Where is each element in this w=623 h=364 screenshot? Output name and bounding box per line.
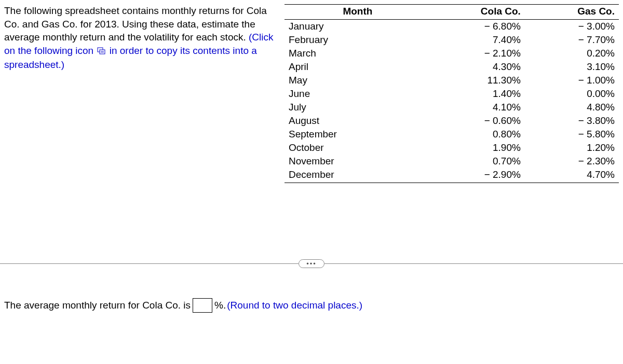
divider-line-left <box>0 263 299 264</box>
cola-value-cell: − 6.80% <box>431 20 525 34</box>
copy-icon[interactable] <box>97 45 105 58</box>
month-cell: January <box>285 20 431 34</box>
answer-section: The average monthly return for Cola Co. … <box>4 298 362 313</box>
month-cell: July <box>285 101 431 114</box>
cola-value-cell: 11.30% <box>431 74 525 87</box>
table-row: September0.80%− 5.80% <box>285 128 619 141</box>
month-cell: April <box>285 60 431 74</box>
cola-value-cell: − 2.90% <box>431 168 525 183</box>
answer-suffix: %. <box>214 300 226 311</box>
header-month: Month <box>285 5 431 20</box>
table-row: March− 2.10%0.20% <box>285 47 619 60</box>
table-row: April4.30%3.10% <box>285 60 619 74</box>
table-row: November0.70%− 2.30% <box>285 155 619 168</box>
returns-table: Month Cola Co. Gas Co. January− 6.80%− 3… <box>285 4 619 183</box>
month-cell: October <box>285 141 431 155</box>
cola-value-cell: 0.80% <box>431 128 525 141</box>
svg-rect-1 <box>100 50 105 54</box>
table-row: October1.90%1.20% <box>285 141 619 155</box>
gas-value-cell: 4.80% <box>525 101 619 114</box>
divider-line-right <box>324 263 623 264</box>
table-header-row: Month Cola Co. Gas Co. <box>285 5 619 20</box>
gas-value-cell: 4.70% <box>525 168 619 183</box>
gas-value-cell: − 7.70% <box>525 33 619 47</box>
cola-value-cell: 7.40% <box>431 33 525 47</box>
gas-value-cell: 0.20% <box>525 47 619 60</box>
month-cell: November <box>285 155 431 168</box>
cola-value-cell: 4.10% <box>431 101 525 114</box>
gas-value-cell: 0.00% <box>525 87 619 101</box>
cola-value-cell: 0.70% <box>431 155 525 168</box>
gas-value-cell: − 3.80% <box>525 114 619 128</box>
table-row: December− 2.90%4.70% <box>285 168 619 183</box>
table-row: June1.40%0.00% <box>285 87 619 101</box>
month-cell: December <box>285 168 431 183</box>
cola-value-cell: − 2.10% <box>431 47 525 60</box>
gas-value-cell: 1.20% <box>525 141 619 155</box>
month-cell: August <box>285 114 431 128</box>
question-text: The following spreadsheet contains month… <box>4 4 285 183</box>
question-intro: The following spreadsheet contains month… <box>4 5 267 43</box>
table-row: January− 6.80%− 3.00% <box>285 20 619 34</box>
month-cell: May <box>285 74 431 87</box>
month-cell: February <box>285 33 431 47</box>
month-cell: March <box>285 47 431 60</box>
month-cell: June <box>285 87 431 101</box>
main-container: The following spreadsheet contains month… <box>0 0 623 183</box>
table-row: May11.30%− 1.00% <box>285 74 619 87</box>
cola-value-cell: 1.90% <box>431 141 525 155</box>
data-table-wrapper: Month Cola Co. Gas Co. January− 6.80%− 3… <box>285 4 619 183</box>
cola-value-cell: − 0.60% <box>431 114 525 128</box>
answer-hint: (Round to two decimal places.) <box>227 300 362 311</box>
table-row: August− 0.60%− 3.80% <box>285 114 619 128</box>
month-cell: September <box>285 128 431 141</box>
answer-prefix: The average monthly return for Cola Co. … <box>4 300 191 311</box>
table-row: February7.40%− 7.70% <box>285 33 619 47</box>
gas-value-cell: − 1.00% <box>525 74 619 87</box>
cola-value-cell: 4.30% <box>431 60 525 74</box>
gas-value-cell: − 2.30% <box>525 155 619 168</box>
gas-value-cell: − 5.80% <box>525 128 619 141</box>
gas-value-cell: 3.10% <box>525 60 619 74</box>
header-gas: Gas Co. <box>525 5 619 20</box>
answer-input[interactable] <box>193 298 212 313</box>
cola-value-cell: 1.40% <box>431 87 525 101</box>
gas-value-cell: − 3.00% <box>525 20 619 34</box>
table-row: July4.10%4.80% <box>285 101 619 114</box>
divider-section: ••• <box>0 259 623 268</box>
header-cola: Cola Co. <box>431 5 525 20</box>
ellipsis-button[interactable]: ••• <box>299 259 324 268</box>
